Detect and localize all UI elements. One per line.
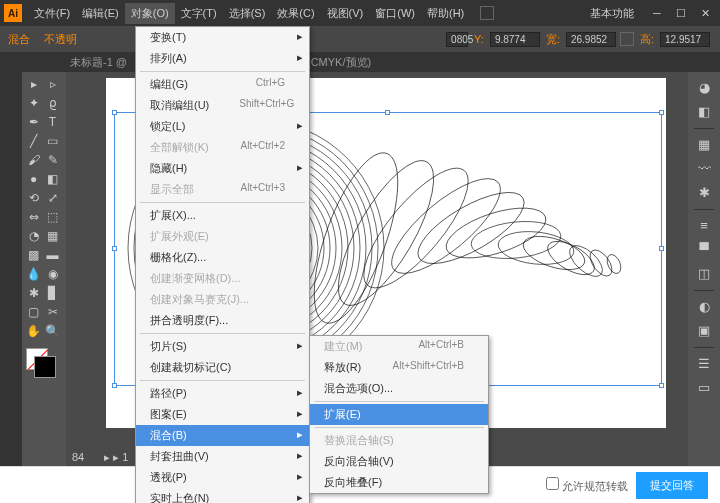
stroke-panel-icon[interactable]: ≡ (693, 214, 715, 236)
mi-transform[interactable]: 变换(T)▸ (136, 27, 309, 48)
brushes-panel-icon[interactable]: 〰 (693, 157, 715, 179)
rotate-tool[interactable]: ⟲ (24, 188, 43, 207)
pen-tool[interactable]: ✒ (24, 112, 43, 131)
maximize-button[interactable]: ☐ (670, 3, 692, 23)
mi-expand[interactable]: 扩展(X)... (136, 205, 309, 226)
menu-file[interactable]: 文件(F) (28, 3, 76, 24)
artboard-tool[interactable]: ▢ (24, 302, 43, 321)
doc-name: 未标题-1 @ (70, 55, 127, 70)
workspace-label[interactable]: 基本功能 (590, 6, 634, 21)
zoom-level[interactable]: 84 (72, 451, 84, 463)
menu-effect[interactable]: 效果(C) (271, 3, 320, 24)
mi-showall: 显示全部Alt+Ctrl+3 (136, 179, 309, 200)
hand-tool[interactable]: ✋ (24, 321, 43, 340)
mi-blend-make: 建立(M)Alt+Ctrl+B (310, 336, 488, 357)
color-swatches[interactable] (24, 348, 60, 398)
width-tool[interactable]: ⇔ (24, 207, 43, 226)
symbols-panel-icon[interactable]: ✱ (693, 181, 715, 203)
app-logo: Ai (4, 4, 22, 22)
mi-hide[interactable]: 隐藏(H)▸ (136, 158, 309, 179)
shape-builder-tool[interactable]: ◔ (24, 226, 43, 245)
selection-tool[interactable]: ▸ (24, 74, 43, 93)
mi-livepaint[interactable]: 实时上色(N)▸ (136, 488, 309, 503)
mi-ungroup[interactable]: 取消编组(U)Shift+Ctrl+G (136, 95, 309, 116)
h-field[interactable]: 12.9517 (660, 32, 710, 47)
mi-blend-reversefb[interactable]: 反向堆叠(F) (310, 472, 488, 493)
blend-label: 混合 (8, 32, 30, 47)
eraser-tool[interactable]: ◧ (43, 169, 62, 188)
rectangle-tool[interactable]: ▭ (43, 131, 62, 150)
opacity-label: 不透明 (44, 32, 77, 47)
mi-blend-release[interactable]: 释放(R)Alt+Shift+Ctrl+B (310, 357, 488, 378)
x-field[interactable]: 0805 (446, 32, 468, 47)
submit-button[interactable]: 提交回答 (636, 472, 708, 499)
artboard-nav[interactable]: ▸ ▸ 1 (104, 451, 128, 464)
direct-selection-tool[interactable]: ▹ (43, 74, 62, 93)
allow-repost-checkbox[interactable]: 允许规范转载 (546, 477, 628, 494)
minimize-button[interactable]: ─ (646, 3, 668, 23)
mi-gradmesh: 创建渐变网格(D)... (136, 268, 309, 289)
titlebar: Ai 文件(F) 编辑(E) 对象(O) 文字(T) 选择(S) 效果(C) 视… (0, 0, 720, 26)
mi-blend[interactable]: 混合(B)▸ (136, 425, 309, 446)
mi-blend-reverse[interactable]: 反向混合轴(V) (310, 451, 488, 472)
mi-flatten[interactable]: 拼合透明度(F)... (136, 310, 309, 331)
gradient-panel-icon[interactable]: ▀ (693, 238, 715, 260)
menu-object[interactable]: 对象(O) (125, 3, 175, 24)
blob-brush-tool[interactable]: ● (24, 169, 43, 188)
link-icon[interactable] (620, 32, 634, 46)
menu-select[interactable]: 选择(S) (223, 3, 272, 24)
zoom-tool[interactable]: 🔍 (43, 321, 62, 340)
perspective-tool[interactable]: ▦ (43, 226, 62, 245)
menu-window[interactable]: 窗口(W) (369, 3, 421, 24)
type-tool[interactable]: T (43, 112, 62, 131)
blend-tool[interactable]: ◉ (43, 264, 62, 283)
close-button[interactable]: ✕ (694, 3, 716, 23)
lasso-tool[interactable]: ϱ (43, 93, 62, 112)
document-tab[interactable]: 未标题-1 @ (CMYK/预览) (0, 52, 720, 72)
free-transform-tool[interactable]: ⬚ (43, 207, 62, 226)
mi-rasterize[interactable]: 栅格化(Z)... (136, 247, 309, 268)
menu-help[interactable]: 帮助(H) (421, 3, 470, 24)
scale-tool[interactable]: ⤢ (43, 188, 62, 207)
mi-arrange[interactable]: 排列(A)▸ (136, 48, 309, 69)
symbol-sprayer-tool[interactable]: ✱ (24, 283, 43, 302)
mi-cropmarks[interactable]: 创建裁切标记(C) (136, 357, 309, 378)
mi-lock[interactable]: 锁定(L)▸ (136, 116, 309, 137)
graphic-styles-icon[interactable]: ▣ (693, 319, 715, 341)
menu-type[interactable]: 文字(T) (175, 3, 223, 24)
mi-path[interactable]: 路径(P)▸ (136, 383, 309, 404)
menu-view[interactable]: 视图(V) (321, 3, 370, 24)
mi-group[interactable]: 编组(G)Ctrl+G (136, 74, 309, 95)
blend-submenu: 建立(M)Alt+Ctrl+B 释放(R)Alt+Shift+Ctrl+B 混合… (309, 335, 489, 494)
stroke-swatch[interactable] (34, 356, 56, 378)
mi-envelope[interactable]: 封套扭曲(V)▸ (136, 446, 309, 467)
gradient-tool[interactable]: ▬ (43, 245, 62, 264)
layers-panel-icon[interactable]: ☰ (693, 352, 715, 374)
transparency-panel-icon[interactable]: ◫ (693, 262, 715, 284)
artboards-panel-icon[interactable]: ▭ (693, 376, 715, 398)
mi-expandapp: 扩展外观(E) (136, 226, 309, 247)
color-guide-icon[interactable]: ◧ (693, 100, 715, 122)
control-bar: 混合 不透明 0805 Y: 9.8774 宽: 26.9852 高: 12.9… (0, 26, 720, 52)
mi-perspective[interactable]: 透视(P)▸ (136, 467, 309, 488)
slice-tool[interactable]: ✂ (43, 302, 62, 321)
mi-blend-expand[interactable]: 扩展(E) (310, 404, 488, 425)
pencil-tool[interactable]: ✎ (43, 150, 62, 169)
color-panel-icon[interactable]: ◕ (693, 76, 715, 98)
menu-edit[interactable]: 编辑(E) (76, 3, 125, 24)
appearance-panel-icon[interactable]: ◐ (693, 295, 715, 317)
y-field[interactable]: 9.8774 (490, 32, 540, 47)
paintbrush-tool[interactable]: 🖌 (24, 150, 43, 169)
mi-pattern[interactable]: 图案(E)▸ (136, 404, 309, 425)
magic-wand-tool[interactable]: ✦ (24, 93, 43, 112)
mi-blend-options[interactable]: 混合选项(O)... (310, 378, 488, 399)
w-field[interactable]: 26.9852 (566, 32, 616, 47)
line-tool[interactable]: ╱ (24, 131, 43, 150)
graph-tool[interactable]: ▊ (43, 283, 62, 302)
mi-slice[interactable]: 切片(S)▸ (136, 336, 309, 357)
sync-icon[interactable] (480, 6, 494, 20)
swatches-panel-icon[interactable]: ▦ (693, 133, 715, 155)
eyedropper-tool[interactable]: 💧 (24, 264, 43, 283)
mi-unlockall: 全部解锁(K)Alt+Ctrl+2 (136, 137, 309, 158)
mesh-tool[interactable]: ▩ (24, 245, 43, 264)
